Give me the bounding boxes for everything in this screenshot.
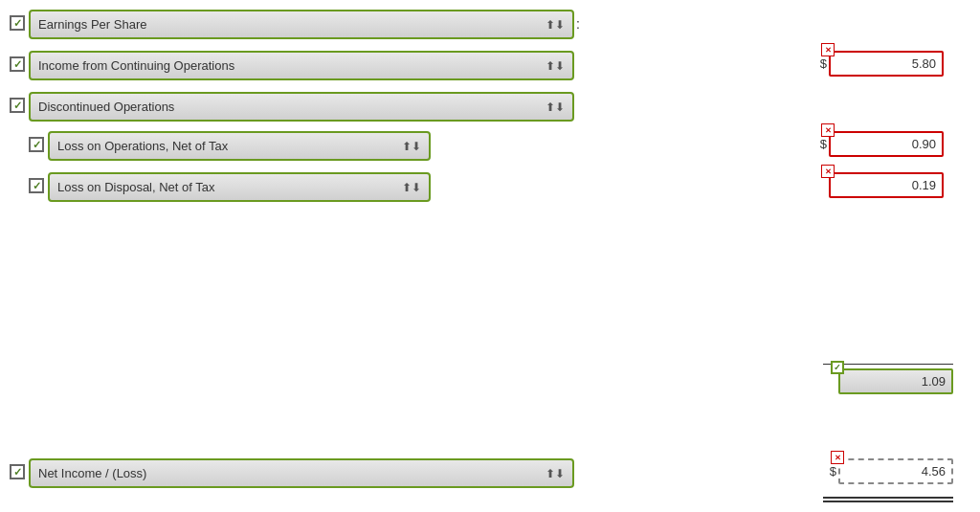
dropdown-income-continuing[interactable]: Income from Continuing Operations ⬆⬇ <box>29 51 574 80</box>
dropdown-net-income-trigger[interactable]: Net Income / (Loss) ⬆⬇ <box>29 458 574 488</box>
dollar-income: $ <box>820 56 827 71</box>
checkbox-icon-discontinued[interactable] <box>10 98 25 113</box>
dropdown-earnings-per-share-trigger[interactable]: Earnings Per Share ⬆⬇ <box>29 10 574 39</box>
value-box-wrap-net-income: 4.56 <box>838 458 953 484</box>
value-field-net-income: $ 4.56 <box>830 458 953 484</box>
row-loss-disposal: Loss on Disposal, Net of Tax ⬆⬇ 0.19 <box>29 172 970 202</box>
dropdown-arrow-income: ⬆⬇ <box>546 59 565 73</box>
value-text-subtotal: 1.09 <box>846 374 946 389</box>
value-field-income: $ 5.80 <box>820 51 944 77</box>
checkbox-icon-net-income[interactable] <box>10 464 25 479</box>
dropdown-loss-disposal[interactable]: Loss on Disposal, Net of Tax ⬆⬇ <box>48 172 431 202</box>
value-text-loss-disposal: 0.19 <box>836 178 936 192</box>
dropdown-discontinued-trigger[interactable]: Discontinued Operations ⬆⬇ <box>29 92 574 122</box>
colon-earnings: : <box>576 16 580 32</box>
value-box-wrap-income: 5.80 <box>829 51 944 77</box>
row-net-income: Net Income / (Loss) ⬆⬇ $ 4.56 <box>10 458 980 488</box>
value-field-loss-disposal: 0.19 <box>829 172 944 198</box>
row-discontinued: Discontinued Operations ⬆⬇ <box>10 92 970 122</box>
check-subtotal: ✓ <box>834 363 841 372</box>
underline-1 <box>823 497 953 499</box>
checkbox-net-income[interactable] <box>10 464 25 479</box>
row-subtotal: ✓ 1.09 <box>838 368 953 394</box>
checkbox-discontinued[interactable] <box>10 98 25 113</box>
dropdown-arrow-net-income: ⬆⬇ <box>546 467 565 480</box>
checkbox-icon-loss-disposal[interactable] <box>29 178 44 193</box>
dropdown-net-income[interactable]: Net Income / (Loss) ⬆⬇ <box>29 458 574 488</box>
dropdown-label-net-income: Net Income / (Loss) <box>38 466 146 480</box>
value-text-income: 5.80 <box>836 56 936 71</box>
value-box-wrap-loss-disposal: 0.19 <box>829 172 944 198</box>
checkbox-icon-earnings[interactable] <box>10 15 25 31</box>
dropdown-label-earnings: Earnings Per Share <box>38 17 146 32</box>
close-btn-income[interactable] <box>821 43 835 56</box>
value-text-net-income: 4.56 <box>846 464 946 479</box>
dropdown-loss-operations[interactable]: Loss on Operations, Net of Tax ⬆⬇ <box>48 131 431 161</box>
dollar-loss-ops: $ <box>820 137 827 151</box>
row-loss-operations: Loss on Operations, Net of Tax ⬆⬇ $ 0.90 <box>29 131 970 161</box>
value-box-subtotal[interactable]: 1.09 <box>838 368 953 394</box>
checkbox-income-continuing[interactable] <box>10 56 25 72</box>
dropdown-label-loss-ops: Loss on Operations, Net of Tax <box>57 139 228 153</box>
checkbox-loss-operations[interactable] <box>29 137 44 152</box>
checkbox-loss-disposal[interactable] <box>29 178 44 193</box>
checkbox-earnings-per-share[interactable] <box>10 15 25 31</box>
row-earnings-per-share: Earnings Per Share ⬆⬇ : <box>10 10 970 39</box>
close-btn-loss-ops[interactable] <box>821 123 835 137</box>
value-box-loss-ops[interactable]: 0.90 <box>829 131 944 157</box>
checkbox-icon-income[interactable] <box>10 56 25 72</box>
dropdown-discontinued[interactable]: Discontinued Operations ⬆⬇ <box>29 92 574 122</box>
dropdown-arrow-loss-disposal: ⬆⬇ <box>402 181 421 194</box>
dropdown-label-loss-disposal: Loss on Disposal, Net of Tax <box>57 180 215 194</box>
dollar-net-income: $ <box>830 464 836 479</box>
dropdown-loss-operations-trigger[interactable]: Loss on Operations, Net of Tax ⬆⬇ <box>48 131 431 161</box>
close-btn-net-income[interactable] <box>831 451 844 464</box>
main-container: Earnings Per Share ⬆⬇ : Income from Cont… <box>0 0 980 512</box>
dropdown-arrow-loss-ops: ⬆⬇ <box>402 140 421 153</box>
close-btn-loss-disposal[interactable] <box>821 165 835 178</box>
value-field-loss-ops: $ 0.90 <box>820 131 944 157</box>
value-box-net-income[interactable]: 4.56 <box>838 458 953 484</box>
dropdown-label-income: Income from Continuing Operations <box>38 58 234 73</box>
dropdown-label-discontinued: Discontinued Operations <box>38 100 174 114</box>
dropdown-earnings-per-share[interactable]: Earnings Per Share ⬆⬇ <box>29 10 574 39</box>
value-text-loss-ops: 0.90 <box>836 137 936 151</box>
value-box-loss-disposal[interactable]: 0.19 <box>829 172 944 198</box>
checkbox-icon-loss-ops[interactable] <box>29 137 44 152</box>
subtotal-wrap: ✓ 1.09 <box>838 368 953 394</box>
underline-2 <box>823 501 953 502</box>
dropdown-income-trigger[interactable]: Income from Continuing Operations ⬆⬇ <box>29 51 574 80</box>
dropdown-arrow-discontinued: ⬆⬇ <box>546 100 565 114</box>
checkbox-subtotal[interactable]: ✓ <box>831 361 844 374</box>
dropdown-loss-disposal-trigger[interactable]: Loss on Disposal, Net of Tax ⬆⬇ <box>48 172 431 202</box>
double-underline-wrap <box>823 497 953 502</box>
value-box-wrap-loss-ops: 0.90 <box>829 131 944 157</box>
value-box-income[interactable]: 5.80 <box>829 51 944 77</box>
dropdown-arrow-earnings: ⬆⬇ <box>546 18 565 32</box>
row-income-continuing: Income from Continuing Operations ⬆⬇ $ 5… <box>10 51 970 80</box>
